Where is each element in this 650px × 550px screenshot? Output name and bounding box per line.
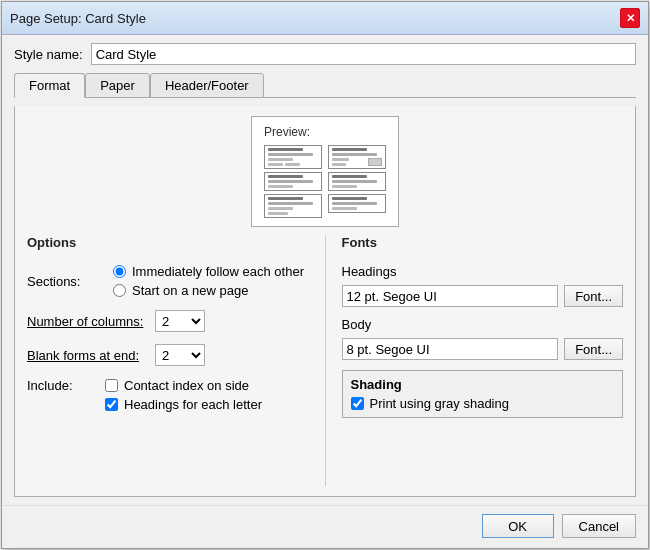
ok-button[interactable]: OK <box>482 514 554 538</box>
body-font-input[interactable] <box>342 338 559 360</box>
preview-col-left <box>264 145 322 218</box>
preview-card-1 <box>264 145 322 169</box>
contact-index-label: Contact index on side <box>124 378 249 393</box>
options-title: Options <box>27 235 309 250</box>
main-content: Options Sections: Immediately follow eac… <box>27 235 623 486</box>
body-font-entry: Font... <box>342 338 624 360</box>
include-checks: Contact index on side Headings for each … <box>105 378 262 412</box>
sections-radio-group: Immediately follow each other Start on a… <box>113 264 304 298</box>
blank-forms-select[interactable]: 2 0 1 3 <box>155 344 205 366</box>
preview-cards <box>264 145 386 218</box>
left-panel: Options Sections: Immediately follow eac… <box>27 235 309 486</box>
style-name-label: Style name: <box>14 47 83 62</box>
title-bar: Page Setup: Card Style ✕ <box>2 2 648 35</box>
style-name-row: Style name: <box>14 43 636 65</box>
sections-label: Sections: <box>27 274 97 289</box>
tab-paper[interactable]: Paper <box>85 73 150 98</box>
radio-row-1: Immediately follow each other <box>113 264 304 279</box>
blank-forms-row: Blank forms at end: 2 0 1 3 <box>27 344 309 366</box>
body-font-group: Body Font... <box>342 317 624 360</box>
radio-row-2: Start on a new page <box>113 283 304 298</box>
right-panel: Fonts Headings Font... Body <box>342 235 624 486</box>
headings-font-entry: Font... <box>342 285 624 307</box>
headings-font-label: Headings <box>342 264 624 279</box>
tab-headerfooter[interactable]: Header/Footer <box>150 73 264 98</box>
preview-box: Preview: <box>251 116 399 227</box>
close-button[interactable]: ✕ <box>620 8 640 28</box>
radio-immediately[interactable] <box>113 265 126 278</box>
vertical-divider <box>325 235 326 486</box>
sections-row: Sections: Immediately follow each other … <box>27 264 309 298</box>
shading-label: Print using gray shading <box>370 396 509 411</box>
headings-font-button[interactable]: Font... <box>564 285 623 307</box>
shading-checkbox[interactable] <box>351 397 364 410</box>
headings-label: Headings for each letter <box>124 397 262 412</box>
shading-section: Shading Print using gray shading <box>342 370 624 418</box>
shading-checkbox-row: Print using gray shading <box>351 396 615 411</box>
contact-index-row: Contact index on side <box>105 378 262 393</box>
contact-index-checkbox[interactable] <box>105 379 118 392</box>
preview-card-5 <box>328 172 386 191</box>
tabs-container: Format Paper Header/Footer <box>14 73 636 98</box>
preview-card-6 <box>328 194 386 213</box>
dialog-title: Page Setup: Card Style <box>10 11 146 26</box>
radio-newpage[interactable] <box>113 284 126 297</box>
preview-col-right <box>328 145 386 218</box>
body-font-button[interactable]: Font... <box>564 338 623 360</box>
preview-label: Preview: <box>264 125 386 139</box>
include-label: Include: <box>27 378 97 393</box>
headings-checkbox[interactable] <box>105 398 118 411</box>
style-name-input[interactable] <box>91 43 636 65</box>
preview-card-2 <box>264 172 322 191</box>
blank-forms-label: Blank forms at end: <box>27 348 147 363</box>
radio-immediately-label: Immediately follow each other <box>132 264 304 279</box>
preview-card-4 <box>328 145 386 169</box>
tab-content-format: Preview: <box>14 106 636 497</box>
shading-title: Shading <box>351 377 615 392</box>
preview-card-3 <box>264 194 322 218</box>
preview-section: Preview: <box>27 116 623 227</box>
body-font-label: Body <box>342 317 624 332</box>
columns-label: Number of columns: <box>27 314 147 329</box>
radio-newpage-label: Start on a new page <box>132 283 248 298</box>
headings-row: Headings for each letter <box>105 397 262 412</box>
headings-font-group: Headings Font... <box>342 264 624 307</box>
dialog-body: Style name: Format Paper Header/Footer P… <box>2 35 648 505</box>
fonts-title: Fonts <box>342 235 624 250</box>
page-setup-dialog: Page Setup: Card Style ✕ Style name: For… <box>1 1 649 549</box>
headings-font-input[interactable] <box>342 285 559 307</box>
dialog-footer: OK Cancel <box>2 505 648 548</box>
include-row: Include: Contact index on side Headings … <box>27 378 309 412</box>
cancel-button[interactable]: Cancel <box>562 514 636 538</box>
columns-row: Number of columns: 2 1 3 <box>27 310 309 332</box>
columns-select[interactable]: 2 1 3 <box>155 310 205 332</box>
tab-format[interactable]: Format <box>14 73 85 98</box>
